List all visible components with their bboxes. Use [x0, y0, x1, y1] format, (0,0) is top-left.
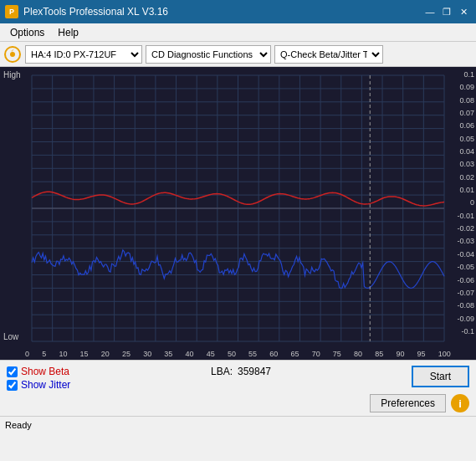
close-button[interactable]: ✕	[456, 4, 471, 19]
chart-area: High Low 0.10.090.080.070.060.050.040.03…	[0, 67, 476, 360]
title-bar: P PlexTools Professional XL V3.16 — ❐ ✕	[0, 0, 476, 23]
checkboxes: Show Beta Show Jitter	[7, 366, 70, 391]
minimize-button[interactable]: —	[422, 4, 438, 19]
start-button[interactable]: Start	[412, 366, 469, 387]
window-title: PlexTools Professional XL V3.16	[23, 6, 168, 18]
show-jitter-row: Show Jitter	[7, 379, 70, 391]
menu-bar: Options Help	[0, 23, 476, 42]
high-label: High	[3, 70, 21, 79]
bottom-top-row: Show Beta Show Jitter LBA: 359847 Start	[7, 366, 469, 391]
beta-jitter-chart	[0, 67, 476, 360]
show-jitter-label: Show Jitter	[21, 379, 70, 391]
menu-help[interactable]: Help	[51, 25, 85, 40]
lba-value: 359847	[238, 366, 271, 377]
status-bar: Ready	[0, 416, 476, 433]
lba-label: LBA:	[211, 366, 233, 377]
title-bar-left: P PlexTools Professional XL V3.16	[5, 5, 168, 18]
bottom-buttons-row: Preferences i	[7, 394, 469, 412]
toolbar: ✓ HA:4 ID:0 PX-712UF CD Diagnostic Funct…	[0, 42, 476, 67]
lba-section: LBA: 359847	[211, 366, 271, 377]
info-button[interactable]: i	[451, 394, 469, 412]
show-beta-row: Show Beta	[7, 366, 70, 377]
window-controls: — ❐ ✕	[422, 4, 471, 19]
menu-options[interactable]: Options	[3, 25, 51, 40]
app-icon: P	[5, 5, 18, 18]
drive-icon: ✓	[3, 45, 22, 64]
show-beta-label: Show Beta	[21, 366, 69, 377]
drive-selector[interactable]: HA:4 ID:0 PX-712UF	[25, 45, 142, 64]
preferences-button[interactable]: Preferences	[370, 394, 446, 412]
function-selector[interactable]: CD Diagnostic Functions	[146, 45, 271, 64]
svg-text:✓: ✓	[11, 48, 14, 53]
low-label: Low	[3, 332, 18, 341]
show-beta-checkbox[interactable]	[7, 366, 18, 377]
test-selector[interactable]: Q-Check Beta/Jitter Test	[274, 45, 383, 64]
bottom-panel: Show Beta Show Jitter LBA: 359847 Start …	[0, 360, 476, 416]
restore-button[interactable]: ❐	[439, 4, 454, 19]
status-text: Ready	[5, 420, 32, 430]
show-jitter-checkbox[interactable]	[7, 380, 18, 391]
